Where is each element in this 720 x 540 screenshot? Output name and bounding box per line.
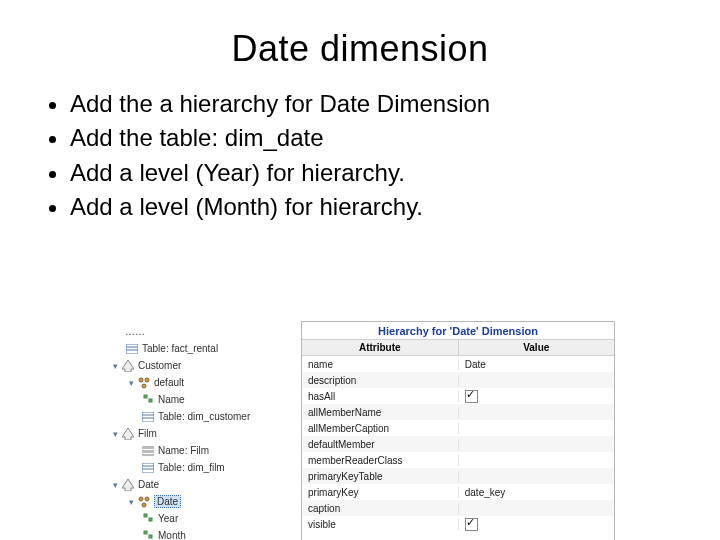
dimension-icon: [121, 359, 135, 373]
attr-value[interactable]: Date: [459, 359, 614, 370]
attr-row[interactable]: primaryKeyTable: [302, 468, 614, 484]
tree-node-level[interactable]: Month: [105, 527, 295, 540]
tree-node-level[interactable]: Year: [105, 510, 295, 527]
attr-key: visible: [302, 519, 459, 530]
tree-label: default: [154, 377, 184, 388]
svg-rect-20: [144, 514, 147, 517]
attr-row[interactable]: nameDate: [302, 356, 614, 372]
svg-point-19: [142, 503, 146, 507]
attr-value[interactable]: [459, 518, 614, 531]
attr-key: allMemberCaption: [302, 423, 459, 434]
attribute-panel: Hierarchy for 'Date' Dimension Attribute…: [301, 321, 615, 540]
attr-value[interactable]: [459, 390, 614, 403]
svg-point-18: [145, 497, 149, 501]
tree-node-hierarchy-selected[interactable]: ▾ Date: [105, 493, 295, 510]
svg-point-4: [145, 378, 149, 382]
table-icon: [125, 342, 139, 356]
attr-row[interactable]: allMemberName: [302, 404, 614, 420]
attr-key: hasAll: [302, 391, 459, 402]
tree-node-dimension[interactable]: ▾ Customer: [105, 357, 295, 374]
level-icon: [141, 393, 155, 407]
attr-row[interactable]: hasAll: [302, 388, 614, 404]
attribute-panel-title: Hierarchy for 'Date' Dimension: [302, 322, 614, 340]
tree-label: Month: [158, 530, 186, 540]
attr-row[interactable]: allMemberCaption: [302, 420, 614, 436]
tree-node-dimension[interactable]: ▾ Film: [105, 425, 295, 442]
tree-node-dimension[interactable]: ▾ Date: [105, 476, 295, 493]
svg-rect-12: [142, 450, 154, 453]
attr-row[interactable]: visible: [302, 516, 614, 532]
svg-point-3: [139, 378, 143, 382]
attr-key: primaryKeyTable: [302, 471, 459, 482]
bullet-item: Add the a hierarchy for Date Dimension: [70, 88, 720, 120]
tree-label: Customer: [138, 360, 181, 371]
attr-key: allMemberName: [302, 407, 459, 418]
attr-row[interactable]: defaultMember: [302, 436, 614, 452]
attr-row[interactable]: memberReaderClass: [302, 452, 614, 468]
table-icon: [141, 461, 155, 475]
tree-label: Date: [138, 479, 159, 490]
bullet-list: Add the a hierarchy for Date Dimension A…: [70, 88, 720, 224]
tree-label: ……: [125, 326, 145, 337]
attr-key: defaultMember: [302, 439, 459, 450]
hierarchy-icon: [137, 376, 151, 390]
svg-rect-14: [142, 463, 154, 473]
svg-rect-6: [144, 395, 147, 398]
tree-node-property[interactable]: Name: Film: [105, 442, 295, 459]
svg-rect-7: [149, 399, 152, 402]
tree-label: Table: dim_customer: [158, 411, 250, 422]
tree-label: Table: fact_rental: [142, 343, 218, 354]
attr-key: caption: [302, 503, 459, 514]
checkbox-checked-icon[interactable]: [465, 518, 478, 531]
dimension-tree[interactable]: …… Table: fact_rental ▾ Customer ▾ defau…: [105, 321, 295, 540]
bullet-item: Add the table: dim_date: [70, 122, 720, 154]
tree-node-table[interactable]: Table: fact_rental: [105, 340, 295, 357]
attr-row[interactable]: caption: [302, 500, 614, 516]
svg-point-17: [139, 497, 143, 501]
table-icon: [141, 410, 155, 424]
tree-node-hierarchy[interactable]: ▾ default: [105, 374, 295, 391]
checkbox-checked-icon[interactable]: [465, 390, 478, 403]
slide-title: Date dimension: [0, 28, 720, 70]
dimension-icon: [121, 478, 135, 492]
expand-icon[interactable]: ▾: [125, 378, 137, 388]
svg-rect-0: [126, 344, 138, 354]
dimension-icon: [121, 427, 135, 441]
expand-icon[interactable]: ▾: [109, 480, 121, 490]
tree-label-selected: Date: [154, 495, 181, 508]
attr-value[interactable]: date_key: [459, 487, 614, 498]
tree-node-table[interactable]: Table: dim_film: [105, 459, 295, 476]
col-attribute: Attribute: [302, 340, 459, 356]
tree-label: Film: [138, 428, 157, 439]
attr-row[interactable]: description: [302, 372, 614, 388]
expand-icon[interactable]: ▾: [109, 361, 121, 371]
bullet-item: Add a level (Month) for hierarchy.: [70, 191, 720, 223]
svg-rect-13: [142, 454, 154, 456]
svg-point-5: [142, 384, 146, 388]
tree-node-table[interactable]: Table: dim_customer: [105, 408, 295, 425]
tree-label: Table: dim_film: [158, 462, 225, 473]
level-icon: [141, 512, 155, 526]
tree-label: Name: Film: [158, 445, 209, 456]
svg-rect-8: [142, 412, 154, 422]
svg-rect-22: [144, 531, 147, 534]
property-icon: [141, 444, 155, 458]
attribute-body: nameDate description hasAll allMemberNam…: [302, 356, 614, 540]
attr-key: description: [302, 375, 459, 386]
tree-node[interactable]: ……: [105, 323, 295, 340]
tree-node-level[interactable]: Name: [105, 391, 295, 408]
level-icon: [141, 529, 155, 541]
col-value: Value: [459, 340, 615, 356]
svg-rect-21: [149, 518, 152, 521]
editor-figure: …… Table: fact_rental ▾ Customer ▾ defau…: [105, 321, 615, 540]
attr-row[interactable]: primaryKeydate_key: [302, 484, 614, 500]
svg-rect-23: [149, 535, 152, 538]
expand-icon[interactable]: ▾: [125, 497, 137, 507]
attribute-header: Attribute Value: [302, 340, 614, 356]
tree-label: Year: [158, 513, 178, 524]
attr-key: memberReaderClass: [302, 455, 459, 466]
attr-key: primaryKey: [302, 487, 459, 498]
bullet-item: Add a level (Year) for hierarchy.: [70, 157, 720, 189]
expand-icon[interactable]: ▾: [109, 429, 121, 439]
hierarchy-icon: [137, 495, 151, 509]
